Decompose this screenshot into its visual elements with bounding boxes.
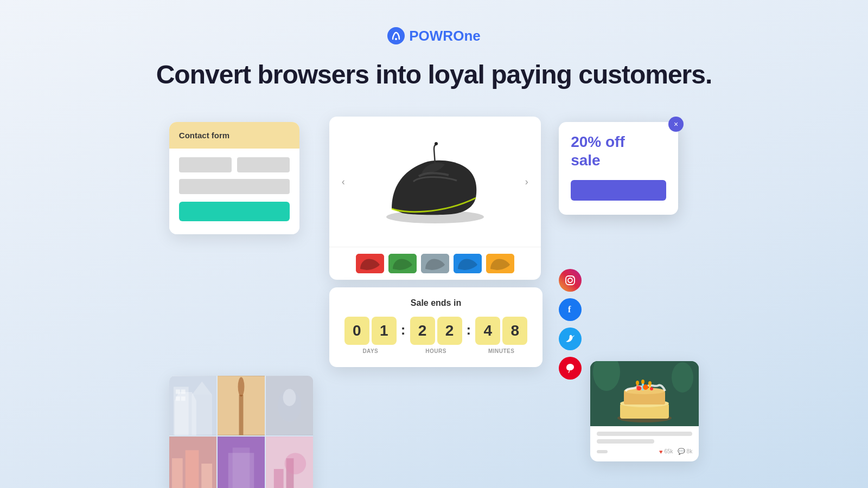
countdown-widget: Sale ends in 0 1 DAYS : 2 2 — [329, 287, 542, 367]
blog-text-line-2 — [597, 439, 654, 444]
form-email[interactable] — [179, 179, 290, 194]
form-last-name[interactable] — [237, 157, 290, 172]
gallery-cell-4[interactable] — [169, 436, 216, 488]
colon-2: : — [465, 322, 473, 338]
pinterest-button[interactable] — [559, 357, 582, 380]
shoe-thumb-5[interactable] — [486, 254, 514, 273]
widgets-container: Contact form — [0, 89, 868, 488]
countdown-title: Sale ends in — [344, 298, 527, 308]
main-headline: Convert browsers into loyal paying custo… — [0, 60, 868, 89]
days-group: 0 1 DAYS — [344, 317, 397, 354]
header: POWROne Convert browsers into loyal payi… — [0, 0, 868, 89]
svg-rect-4 — [176, 389, 180, 394]
popup-cta-button[interactable] — [571, 180, 666, 201]
svg-rect-18 — [185, 450, 199, 488]
svg-rect-24 — [274, 469, 284, 488]
svg-point-26 — [284, 453, 306, 474]
shoe-thumb-4[interactable] — [454, 254, 482, 273]
popup-close-button[interactable]: × — [668, 117, 684, 132]
heart-icon: ♥ — [659, 448, 663, 455]
minutes-label: MINUTES — [488, 348, 515, 354]
logo-text: POWROne — [409, 28, 480, 44]
facebook-button[interactable]: f — [559, 298, 582, 321]
svg-point-54 — [650, 387, 653, 390]
svg-point-11 — [238, 377, 244, 397]
blog-meta: ♥ 65k 💬 8k — [597, 448, 692, 455]
shoe-carousel-widget: ‹ — [329, 117, 541, 280]
minutes-digit-0: 4 — [475, 317, 500, 345]
svg-point-40 — [672, 362, 693, 393]
svg-rect-8 — [192, 395, 212, 435]
hours-digit-0: 2 — [410, 317, 435, 345]
cake-illustration — [590, 361, 699, 426]
svg-text:f: f — [568, 305, 571, 314]
gallery-cell-2[interactable] — [218, 376, 265, 435]
carousel-prev-button[interactable]: ‹ — [335, 173, 352, 190]
gallery-cell-1[interactable] — [169, 376, 216, 435]
blog-content: ♥ 65k 💬 8k — [590, 426, 699, 461]
svg-rect-12 — [239, 395, 243, 435]
days-digit-0: 0 — [344, 317, 369, 345]
gallery-cell-5[interactable] — [218, 436, 265, 488]
shoe-image — [370, 133, 500, 230]
countdown-digits: 0 1 DAYS : 2 2 HOURS : — [344, 317, 527, 354]
right-column: × 20% offsale f — [559, 117, 699, 461]
popup-title: 20% offsale — [571, 133, 666, 169]
form-submit-button[interactable] — [179, 202, 290, 221]
carousel-next-button[interactable]: › — [518, 173, 535, 190]
middle-column: ‹ — [329, 117, 542, 367]
svg-rect-17 — [172, 458, 183, 488]
svg-rect-19 — [201, 464, 212, 488]
days-digit-1: 1 — [372, 317, 397, 345]
form-name-row — [179, 157, 290, 172]
svg-point-0 — [387, 27, 405, 44]
svg-rect-3 — [174, 387, 189, 435]
hours-group: 2 2 HOURS — [410, 317, 462, 354]
minutes-pair: 4 8 — [475, 317, 527, 345]
minutes-digit-1: 8 — [502, 317, 527, 345]
svg-point-1 — [395, 38, 397, 40]
popup-widget: × 20% offsale — [559, 122, 678, 215]
hours-label: HOURS — [425, 348, 446, 354]
comment-icon: 💬 — [678, 448, 685, 455]
blog-likes: ♥ 65k — [659, 448, 673, 455]
svg-point-36 — [573, 277, 574, 278]
blog-comments-count: 8k — [687, 448, 693, 454]
blog-image — [590, 361, 699, 426]
shoe-thumbnails — [329, 247, 541, 280]
social-and-blog-row: f — [559, 226, 699, 461]
svg-point-52 — [637, 386, 641, 390]
blog-text-line-1 — [597, 432, 692, 436]
svg-rect-6 — [176, 396, 180, 401]
shoe-carousel-main: ‹ — [329, 117, 541, 247]
shoe-thumb-3[interactable] — [421, 254, 449, 273]
gallery-cell-3[interactable] — [266, 376, 313, 435]
powr-logo-icon — [387, 27, 405, 44]
gallery-cell-6[interactable] — [266, 436, 313, 488]
left-column: Contact form — [169, 117, 313, 488]
blog-likes-count: 65k — [664, 448, 673, 454]
shoe-thumb-1[interactable] — [356, 254, 384, 273]
twitter-button[interactable] — [559, 328, 582, 350]
svg-point-35 — [568, 278, 572, 282]
hours-digit-1: 2 — [437, 317, 462, 345]
form-first-name[interactable] — [179, 157, 232, 172]
contact-form-body — [169, 149, 299, 234]
blog-comments: 💬 8k — [678, 448, 693, 455]
days-pair: 0 1 — [344, 317, 397, 345]
logo: POWROne — [387, 27, 480, 44]
colon-1: : — [400, 322, 407, 338]
blog-author-text — [597, 450, 608, 453]
contact-form-header: Contact form — [169, 122, 299, 149]
blog-author — [597, 448, 608, 455]
instagram-button[interactable] — [559, 269, 582, 292]
contact-form-widget: Contact form — [169, 122, 299, 234]
shoe-thumb-2[interactable] — [388, 254, 417, 273]
days-label: DAYS — [362, 348, 378, 354]
svg-point-51 — [648, 381, 652, 386]
svg-rect-5 — [181, 389, 186, 394]
gallery-widget — [169, 376, 313, 488]
blog-post-widget: ♥ 65k 💬 8k — [590, 361, 699, 461]
svg-point-28 — [435, 142, 438, 145]
svg-point-49 — [636, 381, 639, 385]
